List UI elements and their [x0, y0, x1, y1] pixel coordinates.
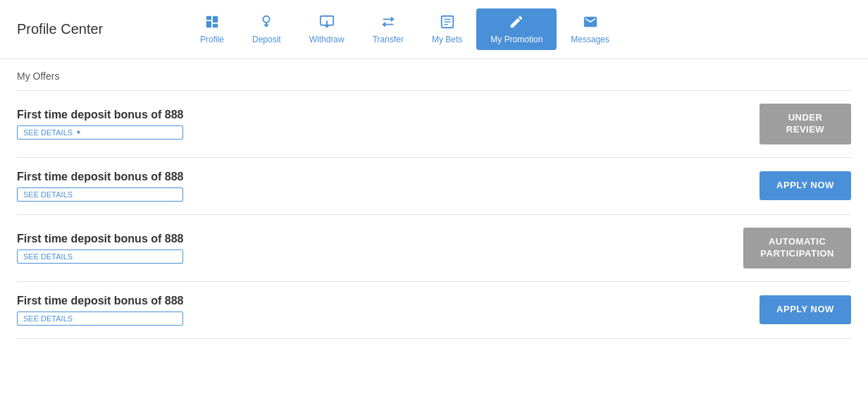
tab-withdraw[interactable]: Withdraw	[295, 8, 359, 50]
offer-left: First time deposit bonus of 888SEE DETAI…	[17, 233, 183, 264]
offer-left: First time deposit bonus of 888SEE DETAI…	[17, 171, 183, 202]
tab-withdraw-label: Withdraw	[309, 35, 345, 44]
deposit-icon	[259, 14, 274, 32]
nav-tabs: Profile Deposit Withdraw	[186, 8, 624, 50]
page-title: Profile Center	[17, 21, 158, 37]
bets-icon	[440, 14, 455, 32]
svg-rect-0	[206, 16, 211, 20]
offer-row: First time deposit bonus of 888SEE DETAI…	[17, 282, 851, 339]
header: Profile Center Profile Depos	[0, 0, 868, 59]
tab-profile-label: Profile	[200, 35, 224, 44]
withdraw-icon	[319, 14, 335, 32]
tab-transfer-label: Transfer	[373, 35, 404, 44]
profile-icon	[204, 14, 220, 32]
offer-title: First time deposit bonus of 888	[17, 233, 183, 245]
svg-rect-3	[213, 24, 218, 28]
transfer-icon	[380, 14, 396, 32]
tab-deposit[interactable]: Deposit	[238, 8, 295, 50]
offer-row: First time deposit bonus of 888SEE DETAI…	[17, 215, 851, 282]
tab-deposit-label: Deposit	[252, 35, 281, 44]
messages-icon	[583, 14, 598, 32]
offer-title: First time deposit bonus of 888	[17, 295, 183, 307]
tab-my-bets-label: My Bets	[432, 35, 462, 44]
offer-left: First time deposit bonus of 888SEE DETAI…	[17, 109, 183, 140]
apply-now-button[interactable]: APPLY NOW	[760, 171, 851, 200]
see-details-label: SEE DETAILS	[23, 252, 73, 261]
see-details-button[interactable]: SEE DETAILS	[17, 187, 183, 202]
section-title: My Offers	[17, 70, 851, 82]
tab-messages-label: Messages	[571, 35, 609, 44]
apply-now-button[interactable]: APPLY NOW	[760, 295, 851, 324]
see-details-label: SEE DETAILS	[23, 128, 73, 137]
see-details-button[interactable]: SEE DETAILS▼	[17, 125, 183, 140]
under-review-button[interactable]: UNDER REVIEW	[760, 104, 851, 144]
offer-row: First time deposit bonus of 888SEE DETAI…	[17, 91, 851, 158]
see-details-button[interactable]: SEE DETAILS	[17, 312, 183, 326]
tab-profile[interactable]: Profile	[186, 8, 238, 50]
tab-transfer[interactable]: Transfer	[359, 8, 418, 50]
tab-my-promotion[interactable]: My Promotion	[476, 8, 557, 50]
see-details-label: SEE DETAILS	[23, 190, 73, 199]
offer-title: First time deposit bonus of 888	[17, 171, 183, 183]
see-details-button[interactable]: SEE DETAILS	[17, 249, 183, 264]
main-content: My Offers First time deposit bonus of 88…	[0, 59, 868, 350]
svg-rect-2	[213, 16, 218, 23]
offer-title: First time deposit bonus of 888	[17, 109, 183, 121]
offer-list: First time deposit bonus of 888SEE DETAI…	[17, 90, 851, 339]
tab-my-promotion-label: My Promotion	[490, 35, 542, 44]
offer-left: First time deposit bonus of 888SEE DETAI…	[17, 295, 183, 326]
see-details-label: SEE DETAILS	[23, 314, 73, 323]
promotion-icon	[509, 14, 524, 32]
svg-rect-1	[206, 21, 211, 27]
tab-messages[interactable]: Messages	[557, 8, 624, 50]
chevron-down-icon: ▼	[75, 129, 82, 136]
offer-row: First time deposit bonus of 888SEE DETAI…	[17, 158, 851, 215]
automatic-participation-button[interactable]: AUTOMATIC PARTICIPATION	[743, 228, 851, 269]
tab-my-bets[interactable]: My Bets	[418, 8, 476, 50]
svg-point-4	[264, 16, 270, 23]
